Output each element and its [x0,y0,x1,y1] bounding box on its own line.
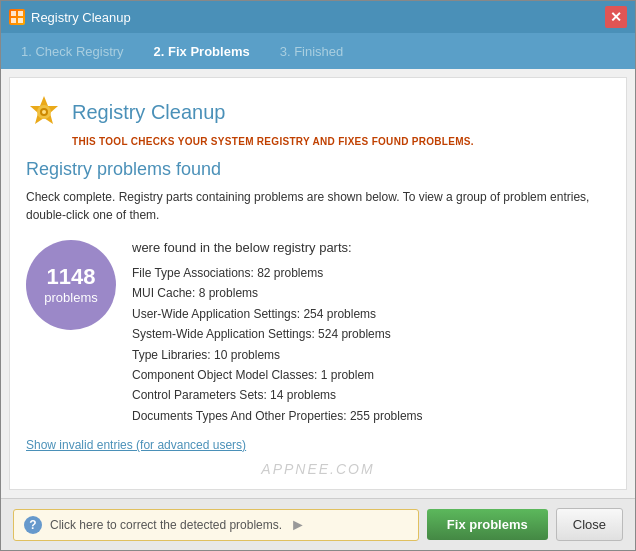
content-area: Registry Cleanup THIS TOOL CHECKS YOUR S… [9,77,627,490]
problem-list-item: MUI Cache: 8 problems [132,283,610,303]
svg-rect-1 [18,11,23,16]
app-subtitle: THIS TOOL CHECKS YOUR SYSTEM REGISTRY AN… [72,136,610,147]
problem-list-item: System-Wide Application Settings: 524 pr… [132,324,610,344]
svg-point-7 [42,110,46,114]
svg-rect-3 [18,18,23,23]
problems-label: problems [44,290,97,305]
problem-list-item: Documents Types And Other Properties: 25… [132,406,610,426]
problem-list-item: Type Libraries: 10 problems [132,345,610,365]
section-title: Registry problems found [26,159,610,180]
problem-list-item: Control Parameters Sets: 14 problems [132,385,610,405]
hint-text: Click here to correct the detected probl… [50,518,282,532]
app-header: Registry Cleanup [26,94,610,130]
svg-rect-0 [11,11,16,16]
app-title-icon [9,9,25,25]
app-title: Registry Cleanup [72,101,225,124]
show-invalid-link[interactable]: Show invalid entries (for advanced users… [26,438,246,452]
problem-list-item: File Type Associations: 82 problems [132,263,610,283]
nav-bar: 1. Check Registry 2. Fix Problems 3. Fin… [1,33,635,69]
nav-step-check[interactable]: 1. Check Registry [21,44,124,59]
fix-problems-button[interactable]: Fix problems [427,509,548,540]
problem-list-item: User-Wide Application Settings: 254 prob… [132,304,610,324]
nav-step-finished[interactable]: 3. Finished [280,44,344,59]
footer-hint[interactable]: ? Click here to correct the detected pro… [13,509,419,541]
app-logo-icon [26,94,62,130]
title-bar: Registry Cleanup ✕ [1,1,635,33]
close-window-button[interactable]: ✕ [605,6,627,28]
footer: ? Click here to correct the detected pro… [1,498,635,550]
window-title: Registry Cleanup [31,10,131,25]
hint-icon: ? [24,516,42,534]
nav-step-fix[interactable]: 2. Fix Problems [154,44,250,59]
hint-arrow-icon: ► [290,516,306,534]
description-text: Check complete. Registry parts containin… [26,188,610,224]
found-text: were found in the below registry parts: [132,240,610,255]
watermark: APPNEE.COM [26,461,610,477]
svg-rect-2 [11,18,16,23]
problems-list-area: were found in the below registry parts: … [132,240,610,426]
problems-area: 1148 problems were found in the below re… [26,240,610,426]
main-window: Registry Cleanup ✕ 1. Check Registry 2. … [0,0,636,551]
close-button[interactable]: Close [556,508,623,541]
problems-circle: 1148 problems [26,240,116,330]
title-bar-left: Registry Cleanup [9,9,131,25]
problems-list: File Type Associations: 82 problemsMUI C… [132,263,610,426]
problems-count: 1148 [47,265,96,289]
problem-list-item: Component Object Model Classes: 1 proble… [132,365,610,385]
